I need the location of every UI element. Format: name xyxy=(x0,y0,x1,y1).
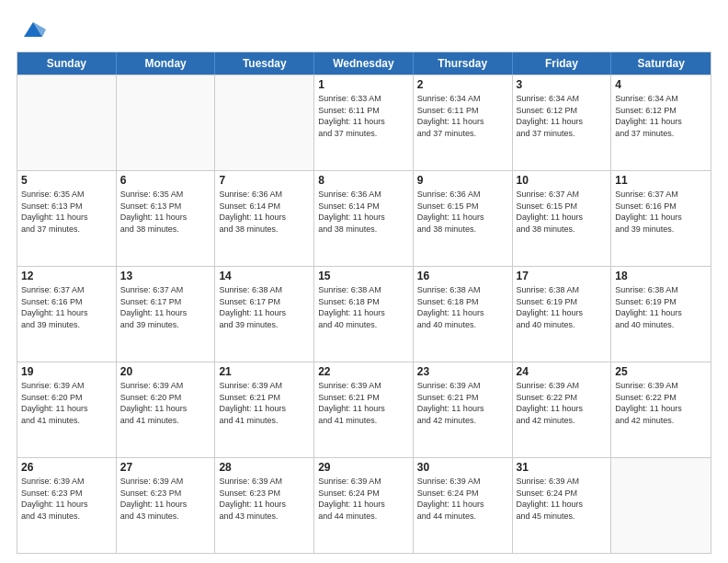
day-info: Sunrise: 6:37 AM Sunset: 6:17 PM Dayligh… xyxy=(120,284,211,330)
cal-header-tuesday: Tuesday xyxy=(215,52,314,75)
cal-cell: 3Sunrise: 6:34 AM Sunset: 6:12 PM Daylig… xyxy=(513,75,612,170)
cal-cell: 28Sunrise: 6:39 AM Sunset: 6:23 PM Dayli… xyxy=(215,458,314,553)
cal-cell: 25Sunrise: 6:39 AM Sunset: 6:22 PM Dayli… xyxy=(611,362,711,457)
day-info: Sunrise: 6:38 AM Sunset: 6:17 PM Dayligh… xyxy=(219,284,310,330)
day-number: 25 xyxy=(615,365,707,378)
cal-cell: 31Sunrise: 6:39 AM Sunset: 6:24 PM Dayli… xyxy=(513,458,612,553)
day-number: 17 xyxy=(517,270,608,282)
cal-cell: 19Sunrise: 6:39 AM Sunset: 6:20 PM Dayli… xyxy=(17,362,117,457)
cal-header-thursday: Thursday xyxy=(414,52,513,75)
day-number: 2 xyxy=(417,78,508,91)
day-number: 26 xyxy=(21,461,112,474)
day-info: Sunrise: 6:36 AM Sunset: 6:14 PM Dayligh… xyxy=(318,189,409,235)
day-number: 6 xyxy=(120,174,211,187)
cal-cell: 26Sunrise: 6:39 AM Sunset: 6:23 PM Dayli… xyxy=(17,458,117,553)
day-info: Sunrise: 6:37 AM Sunset: 6:16 PM Dayligh… xyxy=(21,284,112,330)
cal-cell: 18Sunrise: 6:38 AM Sunset: 6:19 PM Dayli… xyxy=(611,267,711,362)
cal-cell: 8Sunrise: 6:36 AM Sunset: 6:14 PM Daylig… xyxy=(314,171,414,266)
cal-cell: 21Sunrise: 6:39 AM Sunset: 6:21 PM Dayli… xyxy=(215,362,314,457)
day-number: 28 xyxy=(219,461,310,474)
header xyxy=(17,17,711,42)
day-info: Sunrise: 6:34 AM Sunset: 6:12 PM Dayligh… xyxy=(615,93,707,139)
cal-header-saturday: Saturday xyxy=(611,52,711,75)
day-number: 4 xyxy=(615,78,707,91)
day-info: Sunrise: 6:39 AM Sunset: 6:23 PM Dayligh… xyxy=(21,476,112,522)
day-number: 11 xyxy=(615,174,707,187)
day-number: 7 xyxy=(219,174,310,187)
cal-cell: 7Sunrise: 6:36 AM Sunset: 6:14 PM Daylig… xyxy=(215,171,314,266)
day-number: 14 xyxy=(219,270,310,282)
cal-cell: 14Sunrise: 6:38 AM Sunset: 6:17 PM Dayli… xyxy=(215,267,314,362)
cal-cell xyxy=(215,75,314,170)
day-info: Sunrise: 6:39 AM Sunset: 6:22 PM Dayligh… xyxy=(517,380,608,426)
day-number: 10 xyxy=(517,174,608,187)
day-number: 9 xyxy=(417,174,508,187)
day-info: Sunrise: 6:36 AM Sunset: 6:14 PM Dayligh… xyxy=(219,189,310,235)
logo xyxy=(17,17,46,42)
day-number: 30 xyxy=(417,461,508,474)
calendar-header-row: SundayMondayTuesdayWednesdayThursdayFrid… xyxy=(17,52,711,75)
day-number: 13 xyxy=(120,270,211,282)
cal-header-friday: Friday xyxy=(513,52,612,75)
cal-cell xyxy=(17,75,117,170)
day-info: Sunrise: 6:38 AM Sunset: 6:18 PM Dayligh… xyxy=(318,284,409,330)
cal-cell: 10Sunrise: 6:37 AM Sunset: 6:15 PM Dayli… xyxy=(513,171,612,266)
cal-week-5: 26Sunrise: 6:39 AM Sunset: 6:23 PM Dayli… xyxy=(17,457,711,553)
day-info: Sunrise: 6:35 AM Sunset: 6:13 PM Dayligh… xyxy=(21,189,112,235)
cal-cell: 15Sunrise: 6:38 AM Sunset: 6:18 PM Dayli… xyxy=(314,267,414,362)
cal-cell: 30Sunrise: 6:39 AM Sunset: 6:24 PM Dayli… xyxy=(414,458,513,553)
day-number: 27 xyxy=(120,461,211,474)
day-number: 1 xyxy=(318,78,409,91)
day-info: Sunrise: 6:34 AM Sunset: 6:12 PM Dayligh… xyxy=(517,93,608,139)
day-number: 8 xyxy=(318,174,409,187)
day-number: 29 xyxy=(318,461,409,474)
cal-week-1: 1Sunrise: 6:33 AM Sunset: 6:11 PM Daylig… xyxy=(17,75,711,170)
day-info: Sunrise: 6:38 AM Sunset: 6:19 PM Dayligh… xyxy=(615,284,707,330)
cal-week-3: 12Sunrise: 6:37 AM Sunset: 6:16 PM Dayli… xyxy=(17,266,711,362)
cal-cell: 27Sunrise: 6:39 AM Sunset: 6:23 PM Dayli… xyxy=(117,458,216,553)
cal-cell: 29Sunrise: 6:39 AM Sunset: 6:24 PM Dayli… xyxy=(314,458,414,553)
cal-cell: 1Sunrise: 6:33 AM Sunset: 6:11 PM Daylig… xyxy=(314,75,414,170)
day-info: Sunrise: 6:36 AM Sunset: 6:15 PM Dayligh… xyxy=(417,189,508,235)
day-info: Sunrise: 6:39 AM Sunset: 6:21 PM Dayligh… xyxy=(219,380,310,426)
day-info: Sunrise: 6:38 AM Sunset: 6:18 PM Dayligh… xyxy=(417,284,508,330)
cal-cell: 23Sunrise: 6:39 AM Sunset: 6:21 PM Dayli… xyxy=(414,362,513,457)
cal-cell: 20Sunrise: 6:39 AM Sunset: 6:20 PM Dayli… xyxy=(117,362,216,457)
cal-cell xyxy=(611,458,711,553)
day-info: Sunrise: 6:39 AM Sunset: 6:21 PM Dayligh… xyxy=(417,380,508,426)
day-number: 3 xyxy=(517,78,608,91)
cal-header-monday: Monday xyxy=(117,52,216,75)
cal-cell: 5Sunrise: 6:35 AM Sunset: 6:13 PM Daylig… xyxy=(17,171,117,266)
day-info: Sunrise: 6:39 AM Sunset: 6:23 PM Dayligh… xyxy=(219,476,310,522)
day-info: Sunrise: 6:39 AM Sunset: 6:21 PM Dayligh… xyxy=(318,380,409,426)
day-info: Sunrise: 6:37 AM Sunset: 6:15 PM Dayligh… xyxy=(517,189,608,235)
cal-cell: 9Sunrise: 6:36 AM Sunset: 6:15 PM Daylig… xyxy=(414,171,513,266)
day-number: 21 xyxy=(219,365,310,378)
day-info: Sunrise: 6:35 AM Sunset: 6:13 PM Dayligh… xyxy=(120,189,211,235)
day-number: 22 xyxy=(318,365,409,378)
day-number: 12 xyxy=(21,270,112,282)
cal-cell: 2Sunrise: 6:34 AM Sunset: 6:11 PM Daylig… xyxy=(414,75,513,170)
day-info: Sunrise: 6:39 AM Sunset: 6:20 PM Dayligh… xyxy=(21,380,112,426)
day-info: Sunrise: 6:39 AM Sunset: 6:24 PM Dayligh… xyxy=(417,476,508,522)
day-number: 5 xyxy=(21,174,112,187)
day-number: 20 xyxy=(120,365,211,378)
cal-week-2: 5Sunrise: 6:35 AM Sunset: 6:13 PM Daylig… xyxy=(17,170,711,266)
cal-cell: 6Sunrise: 6:35 AM Sunset: 6:13 PM Daylig… xyxy=(117,171,216,266)
page: SundayMondayTuesdayWednesdayThursdayFrid… xyxy=(0,0,728,563)
cal-week-4: 19Sunrise: 6:39 AM Sunset: 6:20 PM Dayli… xyxy=(17,362,711,457)
cal-header-sunday: Sunday xyxy=(17,52,117,75)
day-number: 24 xyxy=(517,365,608,378)
day-number: 23 xyxy=(417,365,508,378)
day-number: 19 xyxy=(21,365,112,378)
cal-cell xyxy=(117,75,216,170)
day-info: Sunrise: 6:33 AM Sunset: 6:11 PM Dayligh… xyxy=(318,93,409,139)
cal-cell: 17Sunrise: 6:38 AM Sunset: 6:19 PM Dayli… xyxy=(513,267,612,362)
logo-icon xyxy=(20,17,46,42)
cal-cell: 13Sunrise: 6:37 AM Sunset: 6:17 PM Dayli… xyxy=(117,267,216,362)
day-info: Sunrise: 6:37 AM Sunset: 6:16 PM Dayligh… xyxy=(615,189,707,235)
day-info: Sunrise: 6:39 AM Sunset: 6:20 PM Dayligh… xyxy=(120,380,211,426)
day-number: 15 xyxy=(318,270,409,282)
day-info: Sunrise: 6:39 AM Sunset: 6:22 PM Dayligh… xyxy=(615,380,707,426)
day-number: 16 xyxy=(417,270,508,282)
